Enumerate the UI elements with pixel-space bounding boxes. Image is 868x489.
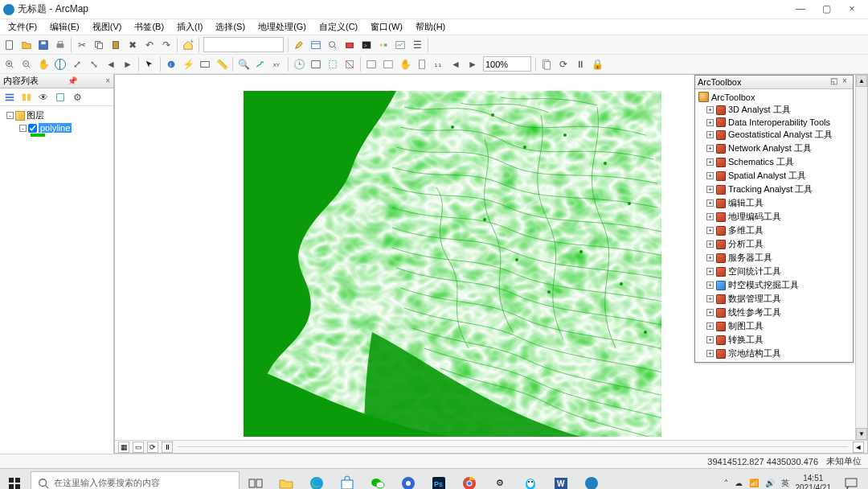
arctoolbox-item[interactable]: +Schematics 工具 — [697, 155, 851, 169]
expand-icon[interactable]: + — [706, 213, 714, 220]
layout-view-button[interactable]: ▭ — [133, 442, 144, 453]
go-back-button[interactable]: ◄ — [103, 56, 119, 72]
taskbar-search[interactable]: 在这里输入你要搜索的内容 — [31, 471, 240, 490]
arctoolbox-item[interactable]: +编辑工具 — [697, 196, 851, 210]
taskbar-app-qq[interactable] — [516, 469, 545, 490]
layout-pan-button[interactable]: ✋ — [397, 56, 413, 72]
menu-bookmarks[interactable]: 书签(B) — [129, 20, 169, 34]
pause-drawing-button[interactable]: ⏸ — [572, 56, 588, 72]
expand-icon[interactable]: + — [706, 268, 714, 275]
tray-network-icon[interactable]: 📶 — [749, 479, 759, 487]
arctoolbox-close-button[interactable]: × — [839, 76, 850, 88]
expand-icon[interactable]: + — [706, 240, 714, 248]
paste-button[interactable] — [108, 37, 124, 53]
expand-icon[interactable]: + — [706, 119, 714, 126]
find-route-button[interactable] — [252, 56, 268, 72]
action-center-button[interactable] — [837, 469, 865, 490]
scroll-up-button[interactable]: ▲ — [856, 75, 867, 87]
new-doc-button[interactable] — [2, 37, 18, 53]
expand-icon[interactable]: + — [706, 309, 714, 316]
collapse-icon[interactable]: - — [6, 112, 14, 119]
tray-volume-icon[interactable]: 🔊 — [765, 479, 775, 487]
go-forward-button[interactable]: ► — [120, 56, 136, 72]
arctoolbox-restore-button[interactable]: ◱ — [828, 76, 839, 88]
refresh-view-button[interactable]: ⟳ — [147, 442, 158, 453]
toc-dataframe-node[interactable]: - 图层 — [2, 109, 112, 122]
toc-layer-label[interactable]: polyline — [39, 123, 72, 133]
expand-icon[interactable]: + — [706, 199, 714, 207]
zoom-out-button[interactable] — [18, 56, 35, 72]
refresh-button[interactable]: ⟳ — [555, 56, 571, 72]
collapse-icon[interactable]: - — [19, 125, 27, 132]
arctoolbox-item[interactable]: +宗地结构工具 — [697, 347, 851, 360]
layout-forward-button[interactable]: ► — [465, 56, 481, 72]
find-button[interactable]: 🔍 — [235, 56, 252, 72]
python-window-button[interactable]: > — [358, 37, 375, 53]
toc-close-icon[interactable]: × — [105, 76, 110, 85]
expand-icon[interactable]: + — [706, 336, 714, 343]
toc-list-by-selection-button[interactable] — [52, 89, 68, 105]
tray-onedrive-icon[interactable]: ☁ — [735, 479, 743, 487]
layout-whole-page-button[interactable] — [414, 56, 430, 72]
catalog-window-button[interactable] — [308, 37, 324, 53]
expand-icon[interactable]: + — [706, 350, 714, 357]
arctoolbox-window-button[interactable] — [342, 37, 358, 53]
taskbar-app-explorer[interactable] — [272, 469, 301, 490]
layer-symbol-swatch[interactable] — [31, 134, 45, 137]
toc-header[interactable]: 内容列表 📌 × — [0, 74, 113, 88]
taskbar-app-wechat[interactable] — [363, 469, 392, 490]
arctoolbox-item[interactable]: +转换工具 — [697, 333, 851, 347]
expand-icon[interactable]: + — [706, 186, 714, 193]
lock-button[interactable]: 🔒 — [589, 56, 605, 72]
menu-windows[interactable]: 窗口(W) — [366, 20, 407, 34]
data-view-button[interactable]: ▦ — [118, 442, 129, 453]
window-close-button[interactable]: × — [839, 0, 865, 19]
menu-customize[interactable]: 自定义(C) — [314, 20, 362, 34]
fixed-zoom-out-button[interactable]: ⤡ — [86, 56, 102, 72]
data-driven-pages-button[interactable] — [538, 56, 555, 72]
menu-geoprocessing[interactable]: 地理处理(G) — [253, 20, 311, 34]
html-popup-button[interactable] — [197, 56, 213, 72]
layout-zoom-combo[interactable] — [483, 56, 531, 72]
menu-help[interactable]: 帮助(H) — [411, 20, 450, 34]
taskbar-app-store[interactable] — [333, 469, 362, 490]
copy-button[interactable] — [91, 37, 107, 53]
go-to-xy-button[interactable]: XY — [269, 56, 285, 72]
zoom-in-button[interactable] — [2, 56, 18, 72]
expand-icon[interactable]: + — [706, 145, 714, 152]
modelbuilder-button[interactable] — [375, 37, 391, 53]
pause-drawing-footer-button[interactable]: ⏸ — [162, 442, 173, 453]
menu-view[interactable]: 视图(V) — [88, 20, 127, 34]
map-vscrollbar[interactable]: ▲ ▼ — [855, 75, 867, 440]
expand-icon[interactable]: + — [706, 295, 714, 302]
map-canvas[interactable] — [244, 91, 661, 437]
arctoolbox-item[interactable]: +3D Analyst 工具 — [697, 103, 851, 117]
arctoolbox-item[interactable]: +时空模式挖掘工具 — [697, 278, 851, 292]
cut-button[interactable]: ✂ — [74, 37, 90, 53]
taskbar-app-browser[interactable] — [394, 469, 423, 490]
fixed-zoom-in-button[interactable]: ⤢ — [69, 56, 85, 72]
layout-back-button[interactable]: ◄ — [448, 56, 464, 72]
layer-visibility-checkbox[interactable] — [28, 124, 37, 133]
toc-pin-icon[interactable]: 📌 — [68, 76, 77, 85]
tray-overflow-button[interactable]: ˄ — [724, 479, 728, 487]
taskbar-app-edge[interactable] — [302, 469, 331, 490]
results-window-button[interactable] — [392, 37, 408, 53]
taskbar-app-chrome[interactable] — [455, 469, 484, 490]
taskbar-app-photoshop[interactable]: Ps — [424, 469, 453, 490]
open-button[interactable] — [18, 37, 35, 53]
toc-list-by-source-button[interactable] — [18, 89, 35, 105]
arctoolbox-item[interactable]: +多维工具 — [697, 224, 851, 237]
expand-icon[interactable]: + — [706, 281, 714, 289]
toc-list-by-drawing-order-button[interactable] — [2, 89, 18, 105]
layout-zoom-100-button[interactable]: 1:1 — [431, 56, 447, 72]
expand-icon[interactable]: + — [706, 227, 714, 234]
map-view[interactable]: ArcToolbox ◱ × ArcToolbox +3D Analyst 工具… — [114, 74, 868, 454]
tray-ime-lang[interactable]: 英 — [781, 478, 789, 489]
taskbar-app-settings[interactable]: ⚙ — [485, 469, 514, 490]
taskbar-app-arcmap[interactable] — [577, 469, 606, 490]
arctoolbox-root-node[interactable]: ArcToolbox — [697, 91, 851, 103]
full-extent-button[interactable] — [52, 56, 68, 72]
arctoolbox-item[interactable]: +Data Interoperability Tools — [697, 117, 851, 128]
expand-icon[interactable]: + — [706, 131, 714, 138]
